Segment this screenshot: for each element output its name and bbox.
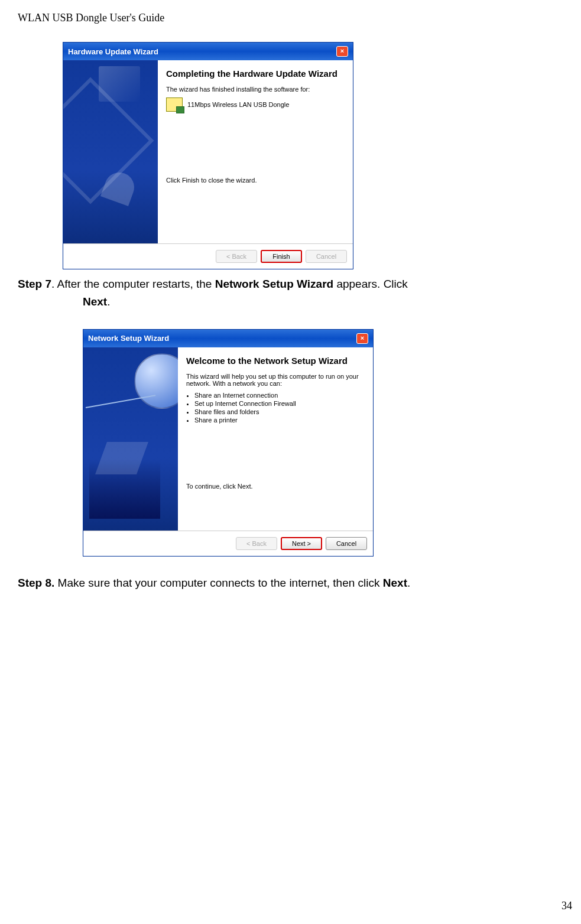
list-item: Share an Internet connection — [194, 392, 365, 399]
next-button[interactable]: Next > — [281, 537, 322, 550]
wizard1-titlebar: Hardware Update Wizard × — [63, 43, 353, 60]
step7-text1: After the computer restarts, the — [54, 278, 215, 290]
device-icon — [166, 97, 183, 112]
document-header: WLAN USB Dongle User's Guide — [18, 12, 563, 24]
step8-text1: Make sure that your computer connects to… — [54, 577, 383, 589]
step8-tail: . — [407, 577, 410, 589]
hardware-update-wizard-dialog: Hardware Update Wizard × Completing the … — [63, 42, 353, 269]
back-button: < Back — [236, 537, 277, 550]
step7-bold2: Next — [83, 295, 107, 308]
back-button: < Back — [216, 250, 257, 263]
cancel-button: Cancel — [306, 250, 347, 263]
wizard2-desc: This wizard will help you set up this co… — [186, 373, 365, 387]
wizard1-heading: Completing the Hardware Update Wizard — [166, 69, 345, 79]
step8-label: Step 8. — [18, 577, 54, 589]
step7-label: Step 7 — [18, 278, 51, 290]
cancel-button[interactable]: Cancel — [326, 537, 367, 550]
wizard1-closing: Click Finish to close the wizard. — [166, 177, 345, 184]
wizard1-desc: The wizard has finished installing the s… — [166, 86, 345, 93]
close-icon[interactable]: × — [356, 333, 368, 344]
wizard2-button-bar: < Back Next > Cancel — [83, 531, 373, 556]
wizard2-bullets: Share an Internet connection Set up Inte… — [186, 392, 365, 424]
step7-bold1: Network Setup Wizard — [215, 278, 333, 290]
page-number: 34 — [561, 900, 572, 912]
wizard2-heading: Welcome to the Network Setup Wizard — [186, 356, 365, 366]
step8-paragraph: Step 8. Make sure that your computer con… — [18, 574, 563, 592]
close-icon[interactable]: × — [336, 46, 348, 57]
list-item: Share files and folders — [194, 408, 365, 415]
step8-bold1: Next — [383, 577, 407, 589]
wizard1-sidebar-image — [63, 60, 158, 243]
list-item: Share a printer — [194, 417, 365, 424]
wizard2-title-text: Network Setup Wizard — [88, 334, 169, 343]
step7-paragraph: Step 7. After the computer restarts, the… — [18, 275, 563, 311]
list-item: Set up Internet Connection Firewall — [194, 400, 365, 407]
step7-tail: . — [107, 295, 110, 308]
wizard2-continue: To continue, click Next. — [186, 483, 365, 490]
network-setup-wizard-dialog: Network Setup Wizard × Welcome to the Ne… — [83, 329, 374, 557]
wizard1-button-bar: < Back Finish Cancel — [63, 244, 353, 269]
finish-button[interactable]: Finish — [261, 250, 302, 263]
wizard1-title-text: Hardware Update Wizard — [68, 47, 158, 56]
step7-text2: appears. Click — [333, 278, 408, 290]
wizard2-sidebar-image — [83, 347, 178, 531]
wizard2-titlebar: Network Setup Wizard × — [83, 330, 373, 347]
wizard1-device-name: 11Mbps Wireless LAN USB Dongle — [187, 101, 289, 108]
